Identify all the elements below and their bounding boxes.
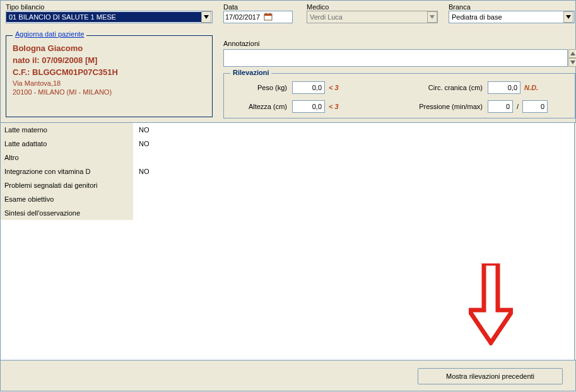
pressione-max-input[interactable]	[522, 100, 548, 113]
observation-values-col: NO NO NO	[135, 123, 173, 220]
list-item[interactable]: Latte adattato	[1, 137, 133, 151]
observation-labels-col: Latte materno Latte adattato Altro Integ…	[1, 123, 133, 220]
calendar-icon[interactable]	[264, 12, 273, 22]
circ-input[interactable]	[488, 81, 520, 94]
list-item[interactable]: Sintesi dell'osservazione	[1, 206, 133, 220]
dropdown-icon[interactable]	[201, 11, 211, 23]
patient-fieldset: Aggiorna dati paziente Bologna Giacomo n…	[6, 35, 213, 117]
circ-ref: N.D.	[524, 84, 538, 91]
update-patient-link[interactable]: Aggiorna dati paziente	[13, 30, 86, 38]
list-value[interactable]: NO	[135, 137, 173, 151]
show-previous-button[interactable]: Mostra rilevazioni precedenti	[418, 368, 563, 384]
spinner-up[interactable]	[568, 49, 576, 58]
annotazioni-spinner	[568, 49, 576, 67]
tipo-bilancio-value: 01 BILANCIO DI SALUTE 1 MESE	[6, 12, 201, 22]
peso-label: Peso (kg)	[230, 84, 287, 91]
dropdown-icon[interactable]	[427, 11, 437, 23]
medico-label: Medico	[307, 3, 438, 11]
list-item[interactable]: Latte materno	[1, 123, 133, 137]
list-value[interactable]	[135, 206, 173, 220]
branca-select[interactable]: Pediatra di base	[449, 11, 575, 23]
tipo-bilancio-select[interactable]: 01 BILANCIO DI SALUTE 1 MESE	[6, 11, 213, 23]
rilevazioni-legend: Rilevazioni	[230, 69, 271, 76]
pressione-label: Pressione (min/max)	[401, 103, 483, 110]
annotazioni-label: Annotazioni	[223, 40, 260, 47]
list-item[interactable]: Problemi segnalati dai genitori	[1, 178, 133, 192]
svg-rect-1	[264, 14, 272, 16]
tipo-bilancio-label: Tipo bilancio	[6, 3, 213, 11]
peso-ref: < 3	[329, 84, 339, 91]
list-value[interactable]	[135, 178, 173, 192]
altezza-input[interactable]	[292, 100, 325, 113]
list-item[interactable]: Esame obiettivo	[1, 192, 133, 206]
patient-birth: nato il: 07/09/2008 [M]	[13, 55, 206, 65]
list-value[interactable]	[135, 151, 173, 164]
patient-address: Via Mantova,18	[13, 79, 206, 87]
pressione-sep: /	[517, 103, 519, 110]
pressione-min-input[interactable]	[488, 100, 513, 113]
list-item[interactable]: Altro	[1, 151, 133, 164]
observation-list: Latte materno Latte adattato Altro Integ…	[0, 123, 575, 360]
peso-input[interactable]	[292, 81, 325, 94]
list-value[interactable]: NO	[135, 164, 173, 178]
medico-select[interactable]: Verdi Luca	[307, 11, 438, 23]
spinner-down[interactable]	[568, 58, 576, 67]
medico-value: Verdi Luca	[307, 12, 427, 22]
bottom-bar: Mostra rilevazioni precedenti	[0, 360, 576, 391]
list-value[interactable]: NO	[135, 123, 173, 137]
data-input[interactable]: 17/02/2017	[223, 11, 293, 23]
patient-cf: C.F.: BLGGCM01P07C351H	[13, 67, 206, 77]
rilevazioni-fieldset: Rilevazioni Peso (kg) < 3 Altezza (cm) <…	[223, 73, 575, 118]
patient-city: 20100 - MILANO (MI - MILANO)	[13, 88, 206, 96]
branca-label: Branca	[449, 3, 575, 11]
list-value[interactable]	[135, 192, 173, 206]
patient-name: Bologna Giacomo	[13, 43, 206, 53]
data-value: 17/02/2017	[225, 13, 260, 21]
list-item[interactable]: Integrazione con vitamina D	[1, 164, 133, 178]
top-panel: Tipo bilancio 01 BILANCIO DI SALUTE 1 ME…	[0, 0, 576, 123]
dropdown-icon[interactable]	[563, 11, 573, 23]
altezza-ref: < 3	[329, 103, 339, 110]
circ-label: Circ. cranica (cm)	[401, 84, 483, 91]
altezza-label: Altezza (cm)	[230, 103, 287, 110]
data-label: Data	[223, 3, 293, 11]
branca-value: Pediatra di base	[449, 12, 563, 22]
annotazioni-input[interactable]	[223, 49, 568, 67]
